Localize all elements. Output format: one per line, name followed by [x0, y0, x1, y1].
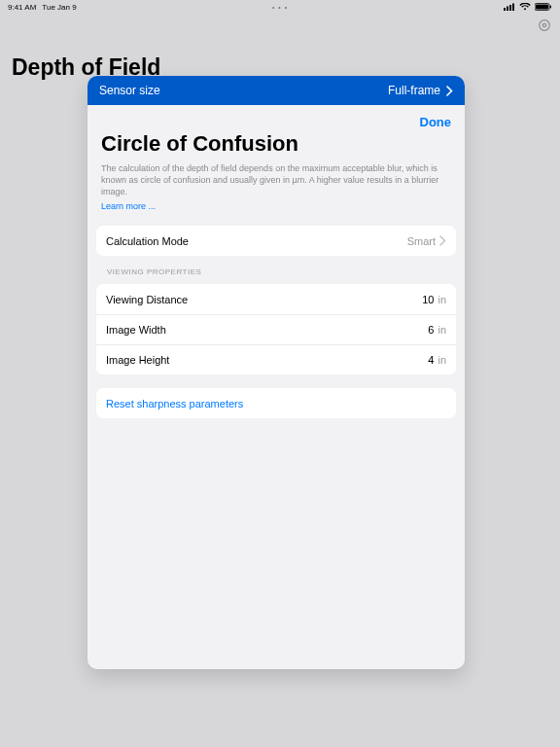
calculation-mode-value: Smart: [407, 235, 436, 247]
svg-rect-2: [509, 5, 511, 11]
modal-title: Circle of Confusion: [88, 131, 465, 162]
svg-rect-0: [504, 8, 506, 11]
viewing-distance-value: 10: [422, 294, 434, 305]
wifi-icon: [519, 3, 531, 11]
calculation-mode-row[interactable]: Calculation Mode Smart: [96, 226, 456, 256]
image-width-row[interactable]: Image Width 6in: [96, 314, 456, 344]
circle-of-confusion-sheet: Sensor size Full-frame Done Circle of Co…: [88, 76, 465, 669]
done-button[interactable]: Done: [420, 115, 452, 129]
chevron-right-icon: [439, 235, 446, 246]
reset-sharpness-label: Reset sharpness parameters: [106, 398, 243, 409]
svg-rect-5: [536, 5, 548, 10]
sensor-size-label: Sensor size: [99, 84, 160, 97]
viewing-properties-group: Viewing Distance 10in Image Width 6in Im…: [96, 284, 456, 374]
modal-description: The calculation of the depth of field de…: [88, 162, 465, 197]
reset-sharpness-row[interactable]: Reset sharpness parameters: [96, 388, 456, 418]
image-width-label: Image Width: [106, 324, 166, 336]
status-bar: 9:41 AM Tue Jan 9 • • •: [0, 0, 560, 14]
viewing-distance-unit: in: [438, 294, 446, 305]
svg-point-8: [542, 23, 545, 26]
svg-rect-3: [512, 4, 514, 12]
calculation-mode-label: Calculation Mode: [106, 235, 189, 247]
reset-group: Reset sharpness parameters: [96, 388, 456, 418]
image-height-unit: in: [438, 354, 446, 366]
sensor-size-row[interactable]: Sensor size Full-frame: [88, 76, 465, 105]
svg-rect-1: [507, 7, 508, 12]
battery-icon: [535, 3, 552, 11]
image-width-value: 6: [422, 324, 434, 336]
status-date: Tue Jan 9: [42, 3, 76, 12]
calculation-mode-group: Calculation Mode Smart: [96, 226, 456, 256]
settings-icon[interactable]: [537, 18, 552, 37]
svg-point-7: [540, 20, 550, 31]
image-height-row[interactable]: Image Height 4in: [96, 344, 456, 374]
sensor-size-value: Full-frame: [388, 84, 440, 97]
signal-icon: [504, 3, 515, 11]
status-indicators: [504, 3, 552, 11]
image-width-unit: in: [438, 324, 446, 336]
viewing-distance-label: Viewing Distance: [106, 294, 188, 305]
viewing-properties-heading: VIEWING PROPERTIES: [107, 267, 445, 276]
learn-more-link[interactable]: Learn more ...: [88, 197, 465, 221]
image-height-label: Image Height: [106, 354, 169, 366]
status-time: 9:41 AM: [8, 3, 36, 12]
chevron-right-icon: [446, 86, 453, 96]
svg-rect-6: [550, 6, 551, 9]
viewing-distance-row[interactable]: Viewing Distance 10in: [96, 284, 456, 314]
status-dots: • • •: [272, 4, 288, 11]
image-height-value: 4: [422, 354, 434, 366]
